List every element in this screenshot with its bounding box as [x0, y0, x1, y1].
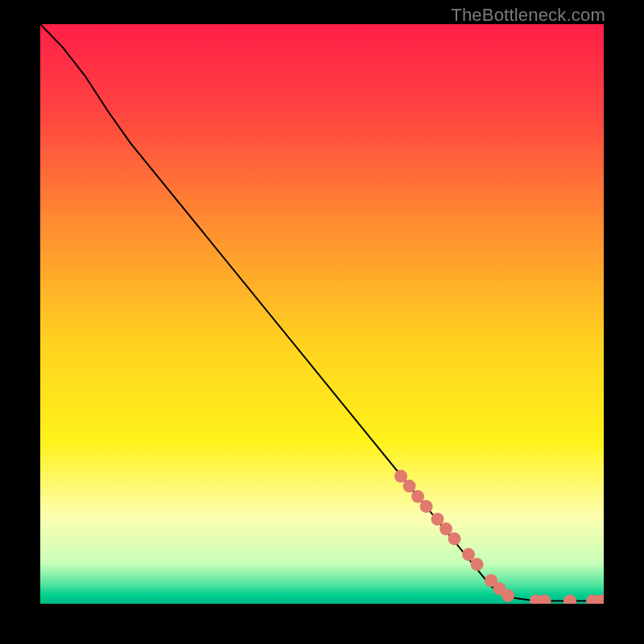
plot-area: [40, 24, 604, 604]
data-marker: [462, 548, 475, 561]
data-marker: [471, 558, 484, 571]
chart-frame: TheBottleneck.com: [0, 0, 644, 644]
data-marker: [403, 480, 416, 493]
watermark-label: TheBottleneck.com: [451, 5, 605, 26]
bottleneck-curve: [40, 24, 604, 601]
data-marker: [564, 594, 576, 604]
data-marker: [394, 470, 407, 483]
data-marker: [502, 589, 514, 602]
data-marker: [440, 522, 452, 535]
data-marker: [431, 513, 444, 526]
data-marker: [411, 490, 424, 503]
marker-group: [394, 470, 604, 604]
data-marker: [420, 500, 433, 513]
data-marker: [448, 532, 461, 545]
chart-svg: [40, 24, 604, 604]
